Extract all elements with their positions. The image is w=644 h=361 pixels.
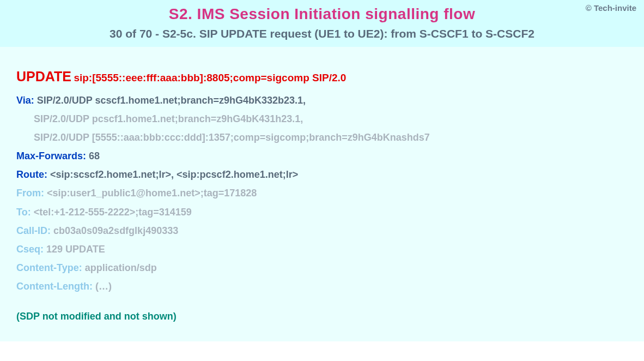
via-cont-2: SIP/2.0/UDP pcscf1.home1.net;branch=z9hG… [16, 112, 628, 126]
page-title: S2. IMS Session Initiation signalling fl… [8, 5, 636, 23]
to-value: <tel:+1-212-555-2222>;tag=314159 [34, 207, 192, 218]
max-forwards-value: 68 [89, 151, 100, 161]
to-label: To [16, 207, 28, 218]
content-type-header: Content-Type: application/sdp [16, 261, 628, 275]
via-label: Via [16, 95, 31, 106]
request-uri: sip:[5555::eee:fff:aaa:bbb]:8805;comp=si… [74, 72, 346, 83]
sdp-note: (SDP not modified and not shown) [16, 311, 628, 322]
sip-message-body: UPDATE sip:[5555::eee:fff:aaa:bbb]:8805;… [0, 47, 644, 341]
call-id-header: Call-ID: cb03a0s09a2sdfglkj490333 [16, 224, 628, 238]
content-type-label: Content-Type [16, 262, 79, 273]
via-value-2: SIP/2.0/UDP pcscf1.home1.net;branch=z9hG… [34, 113, 303, 124]
route-label: Route [16, 169, 44, 180]
from-value: <sip:user1_public1@home1.net>;tag=171828 [47, 188, 257, 198]
from-header: From: <sip:user1_public1@home1.net>;tag=… [16, 186, 628, 200]
from-label: From [16, 188, 41, 198]
content-type-value: application/sdp [85, 262, 157, 273]
copyright: © Tech-invite [586, 3, 636, 13]
via-value-1: SIP/2.0/UDP scscf1.home1.net;branch=z9hG… [37, 95, 306, 106]
sip-method: UPDATE [16, 69, 71, 84]
via-header: Via: SIP/2.0/UDP scscf1.home1.net;branch… [16, 93, 628, 107]
max-forwards-header: Max-Forwards: 68 [16, 149, 628, 163]
route-value: <sip:scscf2.home1.net;lr>, <sip:pcscf2.h… [50, 169, 298, 180]
content-length-label: Content-Length [16, 281, 89, 292]
page-subtitle: 30 of 70 - S2-5c. SIP UPDATE request (UE… [8, 27, 636, 40]
cseq-value: 129 UPDATE [46, 244, 105, 255]
route-header: Route: <sip:scscf2.home1.net;lr>, <sip:p… [16, 167, 628, 182]
content-length-header: Content-Length: (…) [16, 279, 628, 293]
call-id-label: Call-ID [16, 225, 47, 236]
call-id-value: cb03a0s09a2sdfglkj490333 [53, 225, 178, 236]
content-length-value: (…) [95, 281, 112, 292]
via-value-3: SIP/2.0/UDP [5555::aaa:bbb:ccc:ddd]:1357… [34, 132, 430, 143]
via-cont-3: SIP/2.0/UDP [5555::aaa:bbb:ccc:ddd]:1357… [16, 130, 628, 145]
cseq-label: Cseq [16, 244, 40, 255]
header: © Tech-invite S2. IMS Session Initiation… [0, 0, 644, 47]
request-line: UPDATE sip:[5555::eee:fff:aaa:bbb]:8805;… [16, 69, 628, 85]
to-header: To: <tel:+1-212-555-2222>;tag=314159 [16, 205, 628, 219]
max-forwards-label: Max-Forwards [16, 151, 83, 161]
cseq-header: Cseq: 129 UPDATE [16, 242, 628, 256]
